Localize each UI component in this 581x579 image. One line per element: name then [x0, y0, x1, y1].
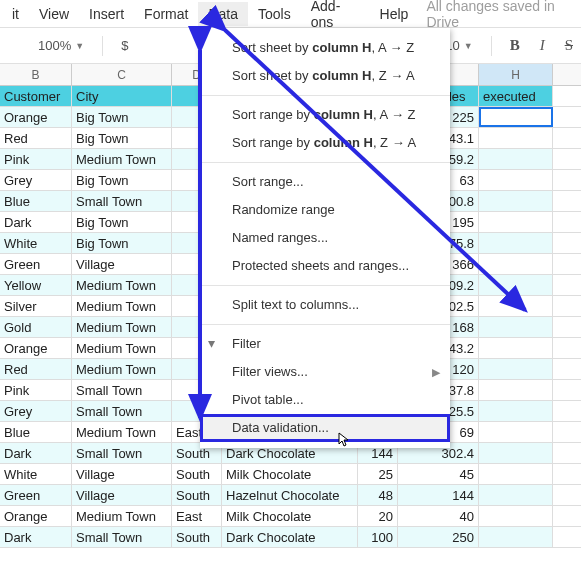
cell[interactable]: Medium Town [72, 359, 172, 379]
cell[interactable]: Blue [0, 422, 72, 442]
header-cell[interactable]: City [72, 86, 172, 106]
cell[interactable]: Pink [0, 380, 72, 400]
cell[interactable]: Village [72, 485, 172, 505]
cell[interactable]: Medium Town [72, 506, 172, 526]
cell[interactable] [479, 443, 553, 463]
cell[interactable]: Gold [0, 317, 72, 337]
cell[interactable]: Big Town [72, 212, 172, 232]
cell[interactable]: Blue [0, 191, 72, 211]
cell[interactable] [479, 128, 553, 148]
italic-button[interactable]: I [532, 33, 553, 58]
menu-named-ranges[interactable]: Named ranges... [200, 224, 450, 252]
cell[interactable] [479, 464, 553, 484]
cell[interactable] [479, 149, 553, 169]
menu-filter-views[interactable]: Filter views...▶ [200, 358, 450, 386]
cell[interactable]: South [172, 527, 222, 547]
cell[interactable] [479, 401, 553, 421]
cell[interactable]: Medium Town [72, 422, 172, 442]
cell[interactable]: Milk Chocolate [222, 464, 358, 484]
cell[interactable]: Dark Chocolate [222, 527, 358, 547]
cell[interactable]: Dark [0, 212, 72, 232]
cell[interactable]: 250 [398, 527, 479, 547]
cell[interactable] [479, 359, 553, 379]
menu-protected-sheets[interactable]: Protected sheets and ranges... [200, 252, 450, 280]
cell[interactable]: Orange [0, 338, 72, 358]
cell[interactable]: South [172, 464, 222, 484]
menu-data-validation[interactable]: Data validation... [200, 414, 450, 442]
cell[interactable]: Silver [0, 296, 72, 316]
cell[interactable]: South [172, 485, 222, 505]
menu-view[interactable]: View [29, 2, 79, 26]
cell[interactable] [479, 275, 553, 295]
menu-tools[interactable]: Tools [248, 2, 301, 26]
cell[interactable]: 40 [398, 506, 479, 526]
cell[interactable]: Medium Town [72, 275, 172, 295]
cell[interactable] [479, 317, 553, 337]
cell[interactable]: Medium Town [72, 338, 172, 358]
cell[interactable]: East [172, 506, 222, 526]
cell[interactable]: Green [0, 254, 72, 274]
cell[interactable]: 45 [398, 464, 479, 484]
cell[interactable]: 25 [358, 464, 398, 484]
col-header-b[interactable]: B [0, 64, 72, 85]
menu-data[interactable]: Data [198, 2, 248, 26]
menu-help[interactable]: Help [370, 2, 419, 26]
menu-sort-range-za[interactable]: Sort range by column H, Z → A [200, 129, 450, 157]
cell[interactable]: Small Town [72, 380, 172, 400]
cell[interactable]: Dark [0, 443, 72, 463]
cell[interactable]: Dark [0, 527, 72, 547]
menu-insert[interactable]: Insert [79, 2, 134, 26]
cell[interactable] [479, 254, 553, 274]
menu-edit[interactable]: it [2, 2, 29, 26]
cell[interactable]: 100 [358, 527, 398, 547]
cell[interactable]: Orange [0, 506, 72, 526]
col-header-c[interactable]: C [72, 64, 172, 85]
cell[interactable]: White [0, 464, 72, 484]
cell[interactable]: Medium Town [72, 317, 172, 337]
col-header-h[interactable]: H [479, 64, 553, 85]
cell[interactable]: White [0, 233, 72, 253]
cell[interactable] [479, 107, 553, 127]
cell[interactable]: Red [0, 128, 72, 148]
cell[interactable]: Medium Town [72, 296, 172, 316]
cell[interactable]: Big Town [72, 128, 172, 148]
cell[interactable] [479, 296, 553, 316]
cell[interactable]: Small Town [72, 443, 172, 463]
cell[interactable]: Hazelnut Chocolate [222, 485, 358, 505]
menu-randomize-range[interactable]: Randomize range [200, 196, 450, 224]
cell[interactable]: Village [72, 254, 172, 274]
menu-sort-range-az[interactable]: Sort range by column H, A → Z [200, 101, 450, 129]
menu-sort-range[interactable]: Sort range... [200, 168, 450, 196]
cell[interactable]: Orange [0, 107, 72, 127]
menu-pivot-table[interactable]: Pivot table... [200, 386, 450, 414]
menu-sort-sheet-az[interactable]: Sort sheet by column H, A → Z [200, 34, 450, 62]
zoom-select[interactable]: 100%▼ [30, 34, 92, 57]
cell[interactable]: Small Town [72, 401, 172, 421]
cell[interactable] [479, 380, 553, 400]
cell[interactable] [479, 422, 553, 442]
cell[interactable] [479, 338, 553, 358]
cell[interactable]: Red [0, 359, 72, 379]
cell[interactable]: Small Town [72, 191, 172, 211]
header-cell[interactable]: executed [479, 86, 553, 106]
cell[interactable] [479, 485, 553, 505]
cell[interactable]: Grey [0, 401, 72, 421]
strike-button[interactable]: S [557, 33, 581, 58]
menu-split-text[interactable]: Split text to columns... [200, 291, 450, 319]
header-cell[interactable]: Customer [0, 86, 72, 106]
cell[interactable]: Big Town [72, 233, 172, 253]
cell[interactable]: Village [72, 464, 172, 484]
bold-button[interactable]: B [502, 33, 528, 58]
cell[interactable]: Big Town [72, 107, 172, 127]
cell[interactable] [479, 527, 553, 547]
cell[interactable]: Green [0, 485, 72, 505]
cell[interactable]: Milk Chocolate [222, 506, 358, 526]
cell[interactable] [479, 506, 553, 526]
cell[interactable]: 48 [358, 485, 398, 505]
cell[interactable] [479, 233, 553, 253]
cell[interactable]: Yellow [0, 275, 72, 295]
cell[interactable]: Big Town [72, 170, 172, 190]
cell[interactable]: Medium Town [72, 149, 172, 169]
currency-button[interactable]: $ [113, 34, 136, 57]
cell[interactable] [479, 191, 553, 211]
